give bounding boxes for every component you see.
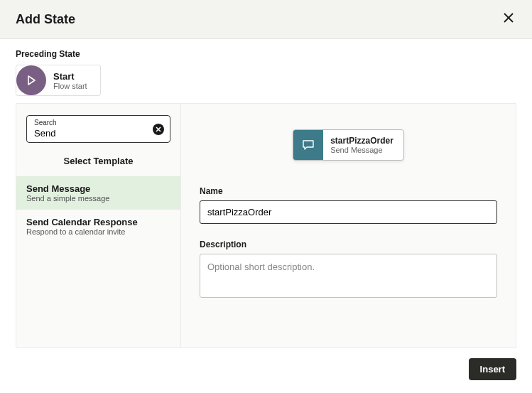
search-wrap: Search [16, 104, 180, 150]
search-box[interactable]: Search [26, 115, 170, 143]
insert-button[interactable]: Insert [469, 358, 516, 380]
description-textarea[interactable] [200, 254, 497, 298]
preceding-text: Start Flow start [53, 71, 87, 90]
dialog-header: Add State [0, 0, 532, 39]
detail-panel: startPizzaOrder Send Message Name Descri… [181, 104, 516, 348]
start-icon [16, 65, 46, 95]
template-subtitle: Respond to a calendar invite [26, 227, 170, 236]
preview-text: startPizzaOrder Send Message [323, 130, 403, 160]
preview-title: startPizzaOrder [330, 136, 393, 146]
preceding-state-card[interactable]: Start Flow start [16, 65, 101, 96]
close-icon [504, 13, 514, 23]
search-input[interactable] [34, 128, 148, 139]
name-input[interactable] [200, 200, 497, 224]
template-subtitle: Send a simple message [26, 194, 170, 203]
message-icon [293, 130, 323, 160]
template-sidebar: Search Select Template Send Message Send… [16, 104, 181, 348]
description-label: Description [200, 239, 497, 249]
state-preview-card: startPizzaOrder Send Message [293, 129, 404, 161]
preceding-state-label: Preceding State [16, 49, 516, 59]
main-panel: Search Select Template Send Message Send… [16, 103, 516, 348]
template-title: Send Calendar Response [26, 217, 170, 227]
dialog-title: Add State [16, 12, 75, 27]
clear-search-button[interactable] [153, 124, 164, 135]
search-label: Search [34, 119, 148, 126]
template-title: Send Message [26, 183, 170, 194]
close-button[interactable] [501, 10, 516, 28]
preceding-subtitle: Flow start [53, 82, 87, 90]
template-item-send-message[interactable]: Send Message Send a simple message [16, 176, 180, 210]
name-label: Name [200, 186, 497, 196]
clear-icon [156, 126, 161, 132]
template-item-send-calendar-response[interactable]: Send Calendar Response Respond to a cale… [16, 210, 180, 243]
preview-subtitle: Send Message [330, 146, 393, 154]
preceding-state-section: Preceding State Start Flow start [0, 39, 532, 103]
preceding-title: Start [53, 71, 87, 82]
dialog-footer: Insert [0, 358, 532, 393]
select-template-heading: Select Template [16, 150, 180, 176]
preview-wrap: startPizzaOrder Send Message [200, 129, 497, 161]
